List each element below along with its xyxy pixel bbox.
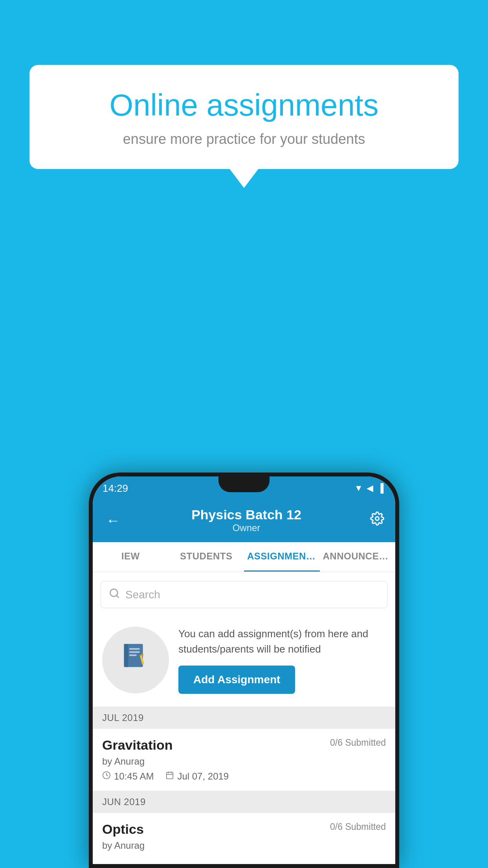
assignment-author-gravitation: by Anurag [102,756,386,767]
meta-date-gravitation: Jul 07, 2019 [165,771,229,782]
promo-title: Online assignments [49,88,439,122]
date-value-gravitation: Jul 07, 2019 [177,771,229,782]
battery-icon: ▐ [377,483,383,493]
section-label-jul: JUL 2019 [93,707,395,729]
promo-subtitle: ensure more practice for your students [49,131,439,147]
tab-announcements[interactable]: ANNOUNCEM… [320,542,396,572]
search-placeholder: Search [125,588,160,601]
time-value-gravitation: 10:45 AM [114,771,154,782]
notebook-icon [120,641,151,680]
content-area: Search [93,572,395,864]
status-icons: ▼ ◀ ▐ [354,483,383,493]
tab-students[interactable]: STUDENTS [169,542,244,572]
assignment-item-optics[interactable]: Optics 0/6 Submitted by Anurag [93,813,395,864]
tabs: IEW STUDENTS ASSIGNMENTS ANNOUNCEM… [93,542,395,572]
header-subtitle: Owner [191,522,301,533]
svg-rect-5 [129,648,140,649]
svg-rect-7 [129,654,137,656]
signal-icon: ◀ [367,483,373,493]
assignment-author-optics: by Anurag [102,840,386,851]
meta-time-gravitation: 10:45 AM [102,771,154,782]
wifi-icon: ▼ [354,483,363,493]
assignment-submitted-optics: 0/6 Submitted [330,822,386,832]
phone-inner: 14:29 ▼ ◀ ▐ ← Physics Batch 12 Owner [93,476,395,864]
promo-card: Online assignments ensure more practice … [29,65,459,169]
assignment-description: You can add assignment(s) from here and … [178,626,386,657]
assignment-row-top: Gravitation 0/6 Submitted [102,737,386,753]
svg-rect-4 [124,644,128,667]
section-label-jun: JUN 2019 [93,791,395,813]
svg-line-2 [116,595,118,597]
notch [218,476,270,492]
tab-assignments[interactable]: ASSIGNMENTS [244,542,320,572]
assignment-row-top-optics: Optics 0/6 Submitted [102,822,386,837]
status-bar: 14:29 ▼ ◀ ▐ [93,476,395,500]
search-icon [109,588,120,601]
svg-point-0 [375,517,379,520]
search-bar[interactable]: Search [101,581,387,608]
assignment-meta-gravitation: 10:45 AM Jul 07, 2019 [102,771,386,782]
assignment-icon-circle [102,627,169,693]
settings-button[interactable] [370,511,384,529]
assignment-name-gravitation: Gravitation [102,737,172,753]
tab-iew[interactable]: IEW [93,542,169,572]
assignment-name-optics: Optics [102,822,144,837]
svg-rect-6 [129,651,140,653]
calendar-icon [165,771,174,782]
add-assignment-button[interactable]: Add Assignment [178,666,295,694]
phone-frame: 14:29 ▼ ◀ ▐ ← Physics Batch 12 Owner [89,473,399,868]
add-assignment-section: You can add assignment(s) from here and … [93,617,395,707]
status-time: 14:29 [103,482,128,495]
app-header: ← Physics Batch 12 Owner [93,500,395,542]
header-title: Physics Batch 12 [191,507,301,522]
search-container: Search [93,572,395,617]
svg-rect-11 [167,772,173,779]
back-button[interactable]: ← [104,510,123,531]
assignment-item-gravitation[interactable]: Gravitation 0/6 Submitted by Anurag 10:4… [93,729,395,791]
assignment-info: You can add assignment(s) from here and … [178,626,386,694]
assignment-submitted-gravitation: 0/6 Submitted [330,737,386,748]
header-center: Physics Batch 12 Owner [191,507,301,533]
clock-icon [102,771,111,782]
